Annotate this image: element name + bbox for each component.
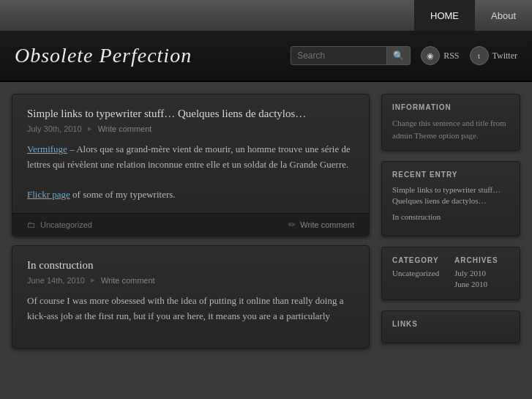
site-title: Obsolete Perfection [15,44,192,67]
post-2-paragraph: Of course I was more obsessed with the i… [27,294,354,324]
archive-link-2[interactable]: June 2010 [454,280,487,288]
main-wrapper: Simple links to typewriter stuff… Quelqu… [0,82,532,389]
post-2-meta: June 14th, 2010 ▸ Write comment [27,275,354,285]
post-1-text-2: of some of my typewriters. [70,189,176,200]
site-header: Obsolete Perfection 🔍 ◉ RSS t Twitter [0,31,532,82]
post-2-title-link[interactable]: In construction [27,259,93,271]
top-navigation: HOME About [0,0,532,31]
post-1-write-comment-link[interactable]: Write comment [98,124,152,133]
category-col: CATEGORY Uncategorized [392,256,447,291]
write-icon: ✏ [288,220,296,230]
header-right: 🔍 ◉ RSS t Twitter [291,46,517,65]
meta-separator: ▸ [88,124,92,133]
post-1-footer-left: 🗀 Uncategorized [27,220,92,230]
post-1-paragraph-2: Flickr page of some of my typewriters. [27,187,354,203]
post-2-content: Of course I was more obsessed with the i… [27,294,354,324]
nav-item-about[interactable]: About [475,0,532,31]
post-2-title: In construction [27,259,354,272]
twitter-link[interactable]: t Twitter [470,46,517,65]
recent-entry-title: RECENT ENTRY [392,171,509,179]
recent-entry-link-1[interactable]: Simple links to typewriter stuff… Quelqu… [392,185,501,205]
recent-entry-item-1: Simple links to typewriter stuff… Quelqu… [392,184,509,207]
category-archives-widget: CATEGORY Uncategorized ARCHIVES July 201… [381,247,520,300]
post-2-date: June 14th, 2010 [27,276,85,285]
two-col-layout: CATEGORY Uncategorized ARCHIVES July 201… [392,256,509,291]
main-content: Simple links to typewriter stuff… Quelqu… [12,94,370,378]
recent-entry-link-2[interactable]: In construction [392,212,441,221]
rss-link[interactable]: ◉ RSS [421,46,459,65]
flickr-link[interactable]: Flickr page [27,189,70,200]
information-title: INFORMATION [392,103,509,111]
post-1-meta: July 30th, 2010 ▸ Write comment [27,124,354,133]
search-form: 🔍 [291,46,411,65]
archive-item-1: July 2010 [454,269,509,277]
category-item-1: Uncategorized [392,269,447,277]
archives-title: ARCHIVES [454,256,509,264]
post-2: In construction June 14th, 2010 ▸ Write … [12,245,370,348]
archive-item-2: June 2010 [454,280,509,288]
category-title: CATEGORY [392,256,447,264]
recent-entry-item-2: In construction [392,212,509,223]
search-input[interactable] [291,47,386,64]
nav-item-home[interactable]: HOME [414,0,475,31]
links-widget: LINKS [381,310,520,343]
twitter-icon: t [470,46,489,65]
post-1-title: Simple links to typewriter stuff… Quelqu… [27,108,354,120]
links-title: LINKS [392,320,509,328]
search-button[interactable]: 🔍 [386,47,410,64]
post-1-date: July 30th, 2010 [27,124,82,133]
post-1-footer-right: ✏ Write comment [288,220,354,230]
recent-entry-widget: RECENT ENTRY Simple links to typewriter … [381,161,520,236]
post-2-write-comment-link[interactable]: Write comment [101,276,155,285]
information-widget: INFORMATION Change this sentence and tit… [381,94,520,151]
post-1-footer-write-link[interactable]: Write comment [300,220,354,229]
post-1: Simple links to typewriter stuff… Quelqu… [12,94,370,236]
meta-separator-2: ▸ [91,275,95,285]
sidebar: INFORMATION Change this sentence and tit… [381,94,520,378]
folder-icon: 🗀 [27,220,36,230]
vermifuge-link[interactable]: Vermifuge [27,143,67,154]
information-text: Change this sentence and title from admi… [392,117,509,141]
category-link-1[interactable]: Uncategorized [392,269,439,277]
post-1-paragraph-1: Vermifuge – Alors que sa grand-mère vien… [27,142,354,173]
rss-label: RSS [443,51,459,61]
post-1-category: Uncategorized [40,220,92,229]
rss-icon: ◉ [421,46,440,65]
post-1-footer: 🗀 Uncategorized ✏ Write comment [12,213,369,236]
post-1-text-1: – Alors que sa grand-mère vient de mouri… [27,143,351,170]
archives-col: ARCHIVES July 2010 June 2010 [454,256,509,291]
post-1-content: Vermifuge – Alors que sa grand-mère vien… [27,142,354,203]
twitter-label: Twitter [492,51,517,61]
post-1-title-link[interactable]: Simple links to typewriter stuff… Quelqu… [27,108,306,119]
archive-link-1[interactable]: July 2010 [454,269,486,277]
